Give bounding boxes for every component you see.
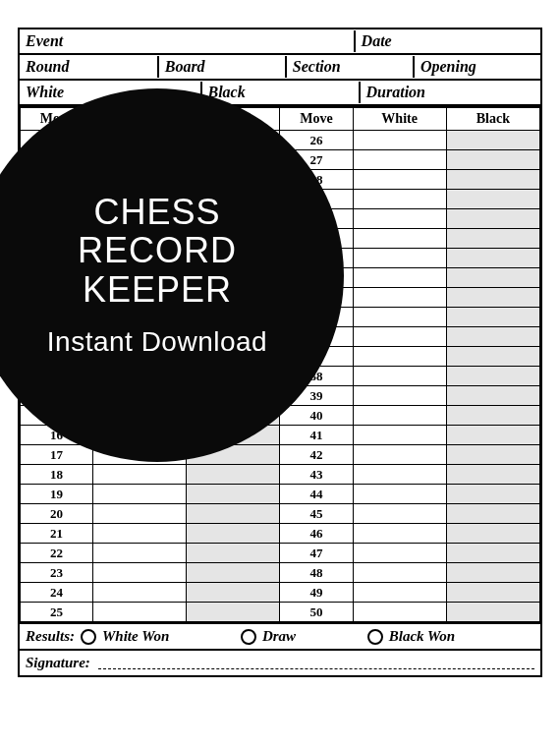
move-cell[interactable] — [353, 603, 446, 622]
move-number-cell: 18 — [21, 465, 93, 485]
radio-draw[interactable] — [241, 629, 256, 645]
table-row: 2247 — [21, 544, 540, 563]
col-move-right: Move — [280, 107, 353, 131]
move-cell[interactable] — [93, 485, 187, 504]
move-cell[interactable] — [353, 367, 446, 386]
move-cell[interactable] — [446, 170, 539, 190]
table-row: 2348 — [21, 563, 540, 583]
move-cell[interactable] — [353, 347, 446, 367]
move-number-cell: 40 — [280, 406, 353, 426]
move-cell[interactable] — [446, 131, 539, 150]
move-number-cell: 22 — [21, 544, 93, 563]
move-cell[interactable] — [446, 249, 539, 268]
radio-white-won[interactable] — [81, 629, 96, 645]
move-cell[interactable] — [446, 603, 539, 622]
move-cell[interactable] — [187, 504, 280, 524]
field-event: Event — [20, 30, 356, 52]
move-cell[interactable] — [446, 347, 539, 367]
col-white-right: White — [353, 107, 446, 131]
move-cell[interactable] — [187, 603, 280, 622]
move-cell[interactable] — [446, 544, 539, 563]
move-number-cell: 47 — [280, 544, 353, 563]
header-row-1: Event Date — [20, 29, 540, 55]
page-title-partial — [0, 0, 560, 22]
move-cell[interactable] — [353, 268, 446, 288]
move-cell[interactable] — [353, 406, 446, 426]
move-cell[interactable] — [353, 170, 446, 190]
move-cell[interactable] — [353, 288, 446, 308]
move-cell[interactable] — [353, 524, 446, 544]
header-row-2: Round Board Section Opening — [20, 55, 540, 81]
move-cell[interactable] — [93, 524, 187, 544]
move-cell[interactable] — [93, 563, 187, 583]
results-row: Results: White Won Draw Black Won — [20, 622, 540, 649]
move-number-cell: 21 — [21, 524, 93, 544]
move-cell[interactable] — [446, 268, 539, 288]
signature-line[interactable] — [98, 658, 534, 669]
move-cell[interactable] — [446, 367, 539, 386]
move-cell[interactable] — [93, 603, 187, 622]
move-cell[interactable] — [93, 583, 187, 603]
move-cell[interactable] — [446, 190, 539, 209]
move-cell[interactable] — [446, 288, 539, 308]
move-cell[interactable] — [446, 504, 539, 524]
move-number-cell: 20 — [21, 504, 93, 524]
move-cell[interactable] — [446, 209, 539, 229]
move-cell[interactable] — [446, 524, 539, 544]
move-cell[interactable] — [446, 426, 539, 445]
move-cell[interactable] — [187, 465, 280, 485]
move-cell[interactable] — [353, 249, 446, 268]
move-cell[interactable] — [353, 229, 446, 249]
move-cell[interactable] — [446, 583, 539, 603]
move-cell[interactable] — [187, 583, 280, 603]
move-cell[interactable] — [353, 563, 446, 583]
move-cell[interactable] — [353, 485, 446, 504]
move-cell[interactable] — [353, 308, 446, 327]
move-cell[interactable] — [353, 386, 446, 406]
move-number-cell: 44 — [280, 485, 353, 504]
table-row: 2045 — [21, 504, 540, 524]
move-cell[interactable] — [187, 485, 280, 504]
move-cell[interactable] — [353, 504, 446, 524]
table-row: 1843 — [21, 465, 540, 485]
field-duration: Duration — [361, 82, 541, 103]
move-cell[interactable] — [353, 150, 446, 170]
move-cell[interactable] — [93, 504, 187, 524]
move-number-cell: 50 — [280, 603, 353, 622]
move-number-cell: 43 — [280, 465, 353, 485]
signature-row: Signature: — [20, 649, 540, 675]
move-cell[interactable] — [353, 209, 446, 229]
move-cell[interactable] — [446, 150, 539, 170]
move-cell[interactable] — [353, 327, 446, 347]
move-cell[interactable] — [353, 190, 446, 209]
move-cell[interactable] — [446, 229, 539, 249]
field-black-player: Black — [202, 82, 361, 103]
overlay-title: CHESS RECORD KEEPER — [0, 193, 314, 310]
move-cell[interactable] — [353, 544, 446, 563]
move-cell[interactable] — [353, 426, 446, 445]
results-label: Results: — [26, 628, 75, 645]
move-cell[interactable] — [446, 406, 539, 426]
move-cell[interactable] — [187, 524, 280, 544]
table-row: 2146 — [21, 524, 540, 544]
move-cell[interactable] — [353, 583, 446, 603]
move-cell[interactable] — [446, 563, 539, 583]
move-number-cell: 24 — [21, 583, 93, 603]
move-number-cell: 25 — [21, 603, 93, 622]
move-cell[interactable] — [353, 445, 446, 465]
move-cell[interactable] — [187, 563, 280, 583]
move-cell[interactable] — [187, 544, 280, 563]
move-cell[interactable] — [446, 485, 539, 504]
move-cell[interactable] — [353, 465, 446, 485]
overlay-title-line1: CHESS — [0, 193, 314, 232]
move-cell[interactable] — [446, 445, 539, 465]
move-cell[interactable] — [93, 544, 187, 563]
move-cell[interactable] — [446, 465, 539, 485]
move-cell[interactable] — [446, 308, 539, 327]
move-cell[interactable] — [446, 327, 539, 347]
radio-black-won[interactable] — [367, 629, 383, 645]
move-cell[interactable] — [446, 386, 539, 406]
move-cell[interactable] — [93, 465, 187, 485]
move-number-cell: 48 — [280, 563, 353, 583]
move-cell[interactable] — [353, 131, 446, 150]
